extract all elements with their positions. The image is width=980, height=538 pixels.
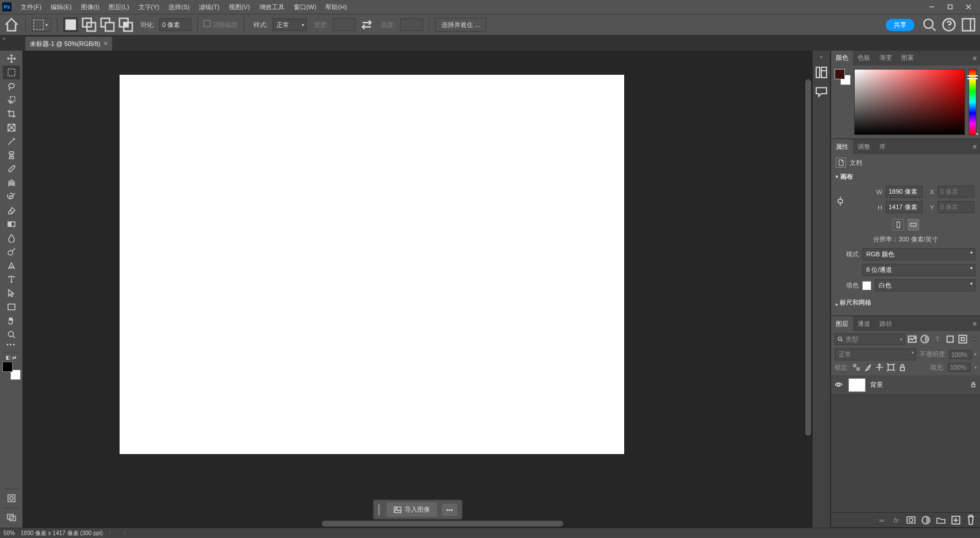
hue-slider[interactable]: ◂: [969, 69, 977, 135]
crop-tool[interactable]: [3, 107, 20, 121]
close-icon[interactable]: ×: [103, 40, 107, 48]
drag-handle-icon[interactable]: [378, 504, 379, 516]
window-maximize-button[interactable]: [941, 1, 959, 13]
menu-layer[interactable]: 图层(L): [104, 0, 133, 14]
history-brush-tool[interactable]: [3, 190, 20, 203]
tool-preset-picker[interactable]: ▾: [32, 18, 51, 32]
filter-toggle[interactable]: [972, 337, 977, 341]
tab-gradients[interactable]: 渐变: [875, 51, 897, 66]
filter-adjustment-icon[interactable]: [920, 335, 929, 344]
quick-mask-button[interactable]: [3, 491, 20, 505]
panel-menu-icon[interactable]: ≡: [970, 316, 980, 331]
menu-window[interactable]: 窗口(W): [289, 0, 321, 14]
selection-subtract-button[interactable]: [100, 17, 115, 32]
panel-color-swatches[interactable]: [835, 69, 851, 85]
width-value[interactable]: 1890 像素: [886, 186, 923, 198]
frame-tool[interactable]: [3, 121, 20, 134]
section-ruler-grid[interactable]: ▸ 标尺和网格: [836, 295, 975, 307]
lock-position-icon[interactable]: [875, 363, 883, 371]
zoom-level[interactable]: 50%: [3, 530, 15, 536]
bit-depth-select[interactable]: 8 位/通道: [862, 264, 975, 276]
edit-toolbar-button[interactable]: •••: [6, 341, 16, 349]
layer-style-icon[interactable]: fx: [891, 516, 901, 525]
move-tool[interactable]: [3, 52, 20, 66]
lock-pixels-icon[interactable]: [864, 363, 872, 371]
filter-smartobject-icon[interactable]: [958, 335, 967, 344]
menu-help[interactable]: 帮助(H): [321, 0, 351, 14]
panel-fg-swatch[interactable]: [835, 69, 845, 79]
tab-channels[interactable]: 通道: [853, 316, 875, 331]
lock-artboard-icon[interactable]: [887, 363, 895, 371]
eraser-tool[interactable]: [3, 203, 20, 217]
dodge-tool[interactable]: [3, 245, 20, 259]
fill-select[interactable]: 白色: [875, 279, 975, 291]
chevron-right-icon[interactable]: 〉: [109, 530, 113, 536]
menu-edit[interactable]: 编辑(E): [46, 0, 76, 14]
layer-item[interactable]: 背景: [831, 375, 980, 395]
visibility-icon[interactable]: [835, 382, 844, 389]
feather-input[interactable]: [159, 18, 191, 31]
link-layers-icon[interactable]: ⫘: [877, 516, 886, 525]
foreground-color-swatch[interactable]: [2, 362, 13, 372]
lock-transparency-icon[interactable]: [852, 363, 860, 371]
horizontal-scrollbar[interactable]: [184, 520, 803, 528]
tab-layers[interactable]: 图层: [831, 316, 853, 331]
comments-panel-icon[interactable]: [814, 85, 828, 99]
home-button[interactable]: [3, 17, 20, 33]
select-and-mask-button[interactable]: 选择并遮住 ...: [435, 18, 486, 32]
panel-menu-icon[interactable]: ≡: [970, 139, 980, 154]
panel-menu-icon[interactable]: ≡: [970, 51, 980, 66]
new-layer-icon[interactable]: [951, 516, 960, 525]
document-tab[interactable]: 未标题-1 @ 50%(RGB/8) ×: [25, 37, 112, 51]
document-canvas[interactable]: [120, 75, 624, 454]
help-button[interactable]: [941, 17, 957, 33]
share-button[interactable]: 共享: [886, 19, 914, 31]
menu-plugins[interactable]: 增效工具: [255, 0, 289, 14]
lock-all-icon[interactable]: [898, 363, 906, 371]
tab-paths[interactable]: 路径: [875, 316, 897, 331]
menu-filter[interactable]: 滤镜(T): [194, 0, 224, 14]
opacity-value[interactable]: 100%: [949, 350, 972, 359]
filter-pixel-icon[interactable]: [908, 335, 917, 344]
window-close-button[interactable]: [959, 1, 978, 13]
vertical-scrollbar[interactable]: [804, 56, 812, 514]
selection-new-button[interactable]: [63, 17, 78, 32]
blend-mode-select[interactable]: 正常: [835, 348, 916, 360]
toolbar-collapse-handle[interactable]: «: [0, 36, 8, 43]
selection-intersect-button[interactable]: [118, 17, 133, 32]
adjustment-layer-icon[interactable]: [921, 516, 931, 525]
swap-colors-icon[interactable]: ⇄: [12, 355, 17, 360]
tab-libraries[interactable]: 库: [875, 139, 890, 154]
height-value[interactable]: 1417 像素: [886, 201, 923, 213]
fill-opacity-value[interactable]: 100%: [948, 363, 971, 372]
hand-tool[interactable]: [3, 314, 20, 328]
layer-name[interactable]: 背景: [870, 381, 966, 389]
orientation-portrait-button[interactable]: [893, 219, 904, 230]
tab-adjustments[interactable]: 调整: [853, 139, 875, 154]
tab-properties[interactable]: 属性: [831, 139, 853, 154]
workspace-switcher-button[interactable]: [960, 17, 977, 33]
gradient-tool[interactable]: [3, 217, 20, 231]
search-button[interactable]: [921, 17, 937, 33]
layer-thumbnail[interactable]: [848, 378, 866, 392]
blur-tool[interactable]: [3, 231, 20, 245]
color-picker-cube[interactable]: [854, 69, 965, 135]
canvas-area[interactable]: 导入图像 •••: [23, 51, 812, 528]
section-canvas[interactable]: ▾画布: [836, 172, 975, 181]
chevron-left-icon[interactable]: 〈: [121, 530, 126, 536]
menu-select[interactable]: 选择(S): [164, 0, 194, 14]
path-selection-tool[interactable]: [3, 286, 20, 300]
healing-brush-tool[interactable]: [3, 148, 20, 162]
more-options-button[interactable]: •••: [441, 504, 458, 516]
history-panel-icon[interactable]: [814, 66, 828, 79]
link-wh-icon[interactable]: [836, 195, 845, 207]
layer-mask-icon[interactable]: [906, 516, 916, 525]
object-selection-tool[interactable]: [3, 93, 20, 107]
clone-stamp-tool[interactable]: [3, 176, 20, 190]
layer-filter-kind[interactable]: 类型 ▾: [835, 333, 905, 345]
marquee-tool[interactable]: [3, 66, 20, 79]
tab-color[interactable]: 颜色: [831, 51, 853, 66]
lock-icon[interactable]: [970, 381, 977, 389]
zoom-tool[interactable]: [3, 328, 20, 341]
style-select[interactable]: 正常: [272, 18, 307, 31]
